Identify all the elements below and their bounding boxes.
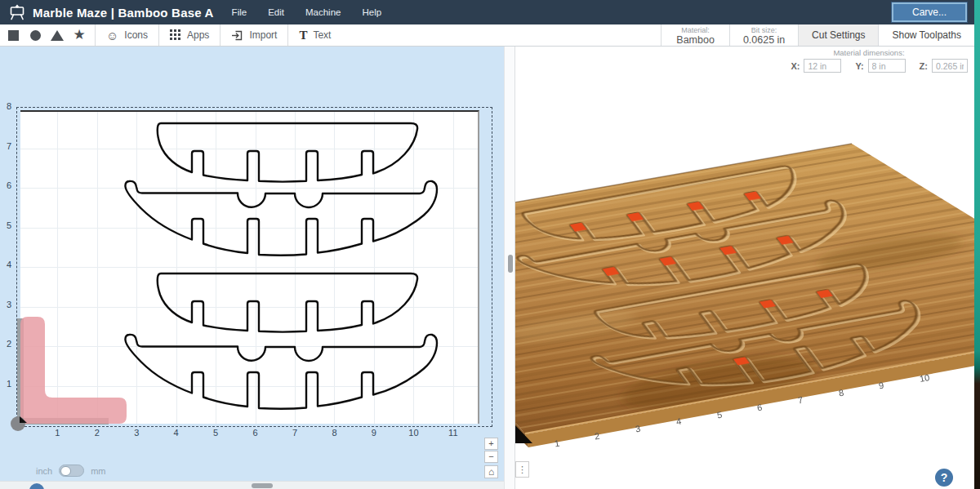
text-t-icon: T <box>299 29 307 42</box>
mm-label[interactable]: mm <box>91 466 105 476</box>
y-dim-input[interactable] <box>868 59 906 73</box>
ruler-tick: 2 <box>0 339 11 349</box>
ruler-tick: 4 <box>0 260 11 269</box>
star-shape-tool[interactable]: ★ <box>74 29 85 41</box>
inch-label[interactable]: inch <box>36 466 52 476</box>
ruler-tick: 5 <box>0 220 11 230</box>
ruler-tick: 1 <box>0 379 11 389</box>
triangle-shape-tool[interactable] <box>51 29 63 41</box>
maze-wall-shape-1[interactable] <box>158 123 417 182</box>
square-icon <box>8 30 19 41</box>
zoom-out-button[interactable]: − <box>484 451 498 463</box>
easel-app-window: Marble Maze | Bamboo Base A File Edit Ma… <box>0 0 980 489</box>
triangle-icon <box>51 30 64 41</box>
ruler-tick: 6 <box>251 428 261 438</box>
scrollbar-thumb[interactable] <box>252 483 273 488</box>
maze-wall-shape-4[interactable] <box>125 335 437 409</box>
apps-grid-icon <box>170 29 181 41</box>
preview-3d-panel[interactable]: 12345678910 Material dimensions: X: Y: Z… <box>515 47 974 489</box>
z-dim-label: Z: <box>920 61 928 71</box>
maze-wall-shape-2[interactable] <box>125 181 437 256</box>
panel-divider[interactable] <box>504 47 515 489</box>
ruler-tick: 5 <box>211 428 220 438</box>
menu-file[interactable]: File <box>232 7 247 17</box>
icons-label: Icons <box>124 29 148 41</box>
ruler-tick: 7 <box>0 141 11 151</box>
y-dim-label: Y: <box>855 61 863 71</box>
preview-ruler-tick: 8 <box>838 387 844 398</box>
divider-handle[interactable] <box>508 255 513 273</box>
feedback-edge-strip[interactable] <box>974 0 980 489</box>
zoom-home-button[interactable]: ⌂ <box>484 465 498 478</box>
more-options-button[interactable]: ⋮ <box>515 461 529 478</box>
design-canvas-panel[interactable]: 1234567891011 12345678 inch mm + − ⌂ <box>0 47 504 489</box>
menu-bar: File Edit Machine Help <box>232 7 381 17</box>
zoom-in-button[interactable]: + <box>484 438 498 450</box>
show-toolpaths-tab[interactable]: Show Toolpaths <box>878 24 974 46</box>
bamboo-board[interactable] <box>515 144 974 434</box>
toolbar-right: Material: Bamboo Bit size: 0.0625 in Cut… <box>661 24 980 46</box>
apps-button[interactable]: Apps <box>158 24 220 46</box>
material-dimensions-label: Material dimensions: <box>833 48 968 57</box>
ruler-tick: 2 <box>92 428 102 438</box>
ruler-tick: 10 <box>408 428 418 438</box>
bit-size-value: 0.0625 in <box>742 34 786 46</box>
circle-icon <box>30 30 41 41</box>
x-dim-label: X: <box>791 61 800 71</box>
ruler-tick: 8 <box>0 101 11 111</box>
maze-wall-shape-3[interactable] <box>158 273 417 332</box>
material-cell[interactable]: Material: Bamboo <box>661 24 729 46</box>
import-button[interactable]: Import <box>220 24 287 46</box>
material-dimensions: Material dimensions: X: Y: Z: <box>791 48 968 73</box>
ruler-tick: 11 <box>448 428 458 438</box>
icons-button[interactable]: ☺ Icons <box>95 24 158 46</box>
menu-edit[interactable]: Edit <box>268 7 284 17</box>
project-title[interactable]: Marble Maze | Bamboo Base A <box>33 6 214 20</box>
easel-logo-icon[interactable] <box>8 4 26 20</box>
smiley-icon: ☺ <box>106 29 118 42</box>
ruler-tick: 4 <box>172 428 181 438</box>
toolbar: ★ ☺ Icons Apps Import T Text <box>0 24 980 47</box>
import-icon <box>231 29 243 42</box>
ruler-tick: 3 <box>131 428 141 438</box>
apps-label: Apps <box>187 29 209 41</box>
star-icon: ★ <box>73 29 85 41</box>
shape-tools: ★ <box>0 24 95 46</box>
corner-clamp[interactable] <box>20 317 127 424</box>
ruler-tick: 6 <box>0 180 11 190</box>
unit-switch[interactable] <box>59 465 84 477</box>
ruler-tick: 8 <box>329 428 339 438</box>
menu-machine[interactable]: Machine <box>305 7 341 17</box>
design-shapes-layer[interactable] <box>0 47 504 489</box>
bit-size-label: Bit size: <box>742 26 786 34</box>
material-label: Material: <box>673 26 718 34</box>
help-button[interactable]: ? <box>935 469 953 487</box>
unit-switch-knob <box>60 466 71 477</box>
z-dim-input[interactable] <box>932 59 968 73</box>
horizontal-scrollbar[interactable] <box>0 481 504 489</box>
ruler-tick: 9 <box>369 428 379 438</box>
material-value: Bamboo <box>673 34 718 46</box>
unit-toggle: inch mm <box>36 465 106 477</box>
text-label: Text <box>313 29 331 41</box>
text-button[interactable]: T Text <box>287 24 341 46</box>
square-shape-tool[interactable] <box>7 29 19 41</box>
top-bar: Marble Maze | Bamboo Base A File Edit Ma… <box>0 0 980 24</box>
preview-ruler-tick: 10 <box>919 372 930 384</box>
import-label: Import <box>249 29 277 41</box>
ruler-tick: 1 <box>52 428 62 438</box>
preview-ruler-tick: 5 <box>716 409 723 420</box>
x-dim-input[interactable] <box>804 59 841 73</box>
carve-button[interactable]: Carve... <box>892 2 967 22</box>
bit-size-cell[interactable]: Bit size: 0.0625 in <box>729 24 798 46</box>
circle-shape-tool[interactable] <box>29 29 41 41</box>
menu-help[interactable]: Help <box>362 7 381 17</box>
ruler-tick: 7 <box>290 428 300 438</box>
cut-settings-tab[interactable]: Cut Settings <box>798 24 878 46</box>
preview-3d-render <box>515 47 974 489</box>
ruler-tick: 3 <box>0 300 11 309</box>
